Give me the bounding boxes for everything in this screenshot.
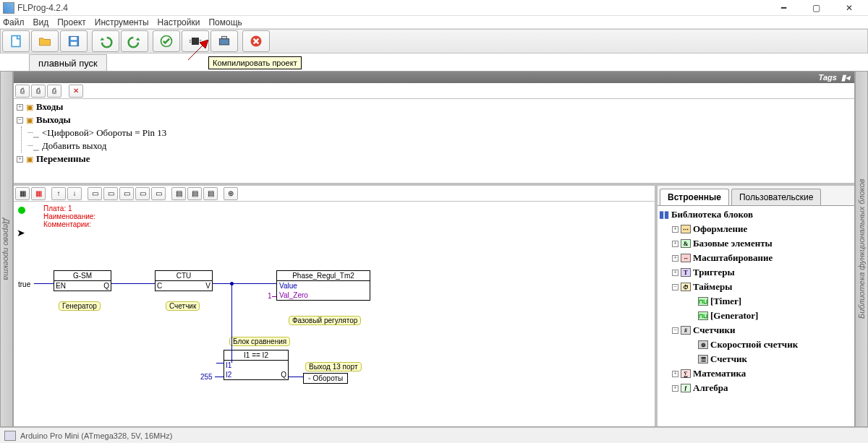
window-title: FLProg-4.2.4 bbox=[17, 3, 68, 13]
new-button[interactable] bbox=[2, 30, 30, 52]
svg-rect-10 bbox=[219, 39, 229, 45]
tags-header[interactable]: Tags ▮◂ bbox=[14, 72, 854, 83]
block-ctu[interactable]: CTU CV bbox=[155, 270, 213, 291]
label-compare: Блок сравнения bbox=[229, 337, 290, 346]
open-button[interactable] bbox=[31, 30, 59, 52]
main-toolbar bbox=[0, 29, 868, 53]
books-icon: ▮▮ bbox=[659, 209, 669, 220]
menu-tools[interactable]: Инструменты bbox=[95, 17, 149, 27]
cancel-button[interactable] bbox=[242, 30, 270, 52]
cv-btn-b[interactable]: ▭ bbox=[103, 187, 118, 200]
arrow-icon: ➤ bbox=[17, 227, 25, 238]
const-255: 255 bbox=[200, 373, 213, 381]
board-icon bbox=[4, 431, 16, 441]
cv-btn-f[interactable]: ▤ bbox=[171, 187, 186, 200]
svg-rect-3 bbox=[71, 42, 77, 46]
tree-expand-vars[interactable]: + bbox=[17, 156, 23, 163]
block-gsm[interactable]: G-SM ENQ bbox=[54, 270, 111, 291]
check-button[interactable] bbox=[153, 30, 180, 52]
compile-button[interactable] bbox=[210, 30, 238, 52]
cv-btn-e[interactable]: ▭ bbox=[151, 187, 166, 200]
tree-toolbar: ⎙ ⎙ ⎙ ✕ bbox=[14, 83, 854, 99]
canvas-toolbar: ▦ ▦ ↑ ↓ ▭ ▭ ▭ ▭ ▭ ▤ ▤ ▤ ⊕ bbox=[14, 186, 655, 202]
menu-project[interactable]: Проект bbox=[57, 17, 86, 27]
app-icon bbox=[3, 2, 14, 14]
status-text: Arduino Pro Mini (ATmega328, 5V, 16MHz) bbox=[20, 431, 172, 440]
lib-root[interactable]: Библиотека блоков bbox=[671, 209, 753, 220]
tree-btn-2[interactable]: ⎙ bbox=[31, 85, 46, 98]
menu-bar: Файл Вид Проект Инструменты Настройки По… bbox=[0, 16, 868, 29]
block-output-rpm[interactable]: ◦Обороты bbox=[303, 373, 348, 384]
cv-btn-1[interactable]: ▦ bbox=[15, 187, 30, 200]
cv-btn-d[interactable]: ▭ bbox=[135, 187, 150, 200]
project-tab[interactable]: плавный пуск bbox=[29, 54, 107, 71]
close-button[interactable]: ✕ bbox=[833, 0, 865, 16]
svg-rect-11 bbox=[222, 36, 227, 38]
library-tabs: Встроенные Пользовательские bbox=[658, 186, 854, 206]
library-tree: ▮▮Библиотека блоков +⋯Оформление +&Базов… bbox=[658, 206, 854, 426]
lib-exp-4[interactable]: − bbox=[672, 284, 678, 291]
lib-exp-7[interactable]: + bbox=[672, 385, 678, 392]
tree-expand-inputs[interactable]: + bbox=[17, 104, 23, 111]
tree-outputs[interactable]: Выходы bbox=[36, 114, 71, 126]
status-bar: Arduino Pro Mini (ATmega328, 5V, 16MHz) bbox=[0, 427, 868, 443]
tree-btn-1[interactable]: ⎙ bbox=[15, 85, 30, 98]
undo-button[interactable] bbox=[92, 30, 119, 52]
save-button[interactable] bbox=[60, 30, 88, 52]
tree-panel: ⎙ ⎙ ⎙ ✕ +▣Входы −▣Выходы ┈⎯<Цифровой> Об… bbox=[14, 83, 854, 186]
redo-button[interactable] bbox=[121, 30, 148, 52]
svg-rect-0 bbox=[12, 36, 20, 47]
tree-variables[interactable]: Переменные bbox=[36, 153, 90, 165]
lib-tab-user[interactable]: Пользовательские bbox=[731, 189, 822, 205]
label-out13: Выход 13 порт bbox=[305, 362, 362, 371]
tree-expand-outputs[interactable]: − bbox=[17, 117, 23, 124]
true-label: true bbox=[18, 280, 30, 288]
library-sidebar-right[interactable]: Библиотека функциональных блоков bbox=[855, 71, 868, 427]
run-indicator-icon bbox=[18, 207, 25, 214]
pointer-arrow bbox=[187, 40, 208, 63]
tree-btn-3[interactable]: ⎙ bbox=[47, 85, 61, 98]
title-bar: FLProg-4.2.4 ━ ▢ ✕ bbox=[0, 0, 868, 16]
const-1: 1 bbox=[268, 292, 272, 300]
compile-tooltip: Компилировать проект bbox=[208, 56, 302, 69]
timer-icon: ⊓⊔ bbox=[698, 297, 708, 306]
label-counter: Счетчик bbox=[166, 301, 200, 311]
lib-exp-1[interactable]: + bbox=[672, 241, 678, 247]
project-tree-sidebar-left[interactable]: Дерево проекта bbox=[0, 71, 13, 427]
generator-icon: ⊓⊔ bbox=[698, 311, 708, 320]
lib-exp-2[interactable]: + bbox=[672, 255, 678, 262]
comment-label: Комментарии: bbox=[43, 220, 91, 228]
lib-exp-6[interactable]: + bbox=[672, 371, 678, 377]
cv-btn-c[interactable]: ▭ bbox=[119, 187, 134, 200]
cv-btn-up[interactable]: ↑ bbox=[51, 187, 66, 200]
menu-file[interactable]: Файл bbox=[3, 17, 25, 27]
tree-pin13[interactable]: <Цифровой> Обороты = Pin 13 bbox=[42, 127, 166, 139]
canvas-area[interactable]: Плата: 1 Наименование: Комментарии: ➤ tr… bbox=[14, 202, 655, 426]
board-label: Плата: 1 bbox=[43, 205, 72, 212]
menu-help[interactable]: Помощь bbox=[208, 17, 242, 27]
speedcounter-icon: ⊚ bbox=[698, 340, 708, 349]
cv-btn-down[interactable]: ↓ bbox=[67, 187, 82, 200]
cv-btn-g[interactable]: ▤ bbox=[187, 187, 202, 200]
minimize-button[interactable]: ━ bbox=[767, 0, 800, 16]
block-compare[interactable]: I1 == I2 I1 I2Q bbox=[224, 350, 289, 380]
name-label: Наименование: bbox=[43, 212, 95, 220]
lib-tab-builtin[interactable]: Встроенные bbox=[660, 189, 729, 205]
tree-inputs[interactable]: Входы bbox=[36, 101, 63, 113]
lib-exp-0[interactable]: + bbox=[672, 226, 678, 233]
maximize-button[interactable]: ▢ bbox=[800, 0, 833, 16]
cv-btn-share[interactable]: ⊕ bbox=[224, 187, 238, 200]
label-generator: Генератор bbox=[59, 301, 101, 311]
lib-exp-5[interactable]: − bbox=[672, 327, 678, 334]
cv-btn-h[interactable]: ▤ bbox=[203, 187, 218, 200]
menu-settings[interactable]: Настройки bbox=[158, 17, 200, 27]
cv-btn-2[interactable]: ▦ bbox=[31, 187, 46, 200]
cv-btn-a[interactable]: ▭ bbox=[88, 187, 102, 200]
lib-exp-3[interactable]: + bbox=[672, 270, 678, 276]
tree-add-output[interactable]: Добавить выход bbox=[42, 140, 106, 152]
svg-rect-2 bbox=[71, 37, 77, 40]
menu-view[interactable]: Вид bbox=[33, 17, 49, 27]
tree-delete-btn[interactable]: ✕ bbox=[69, 85, 83, 98]
block-phase[interactable]: Phase_Regul_Tm2 Value Val_Zero bbox=[276, 270, 370, 301]
project-tab-row: плавный пуск bbox=[0, 53, 868, 71]
